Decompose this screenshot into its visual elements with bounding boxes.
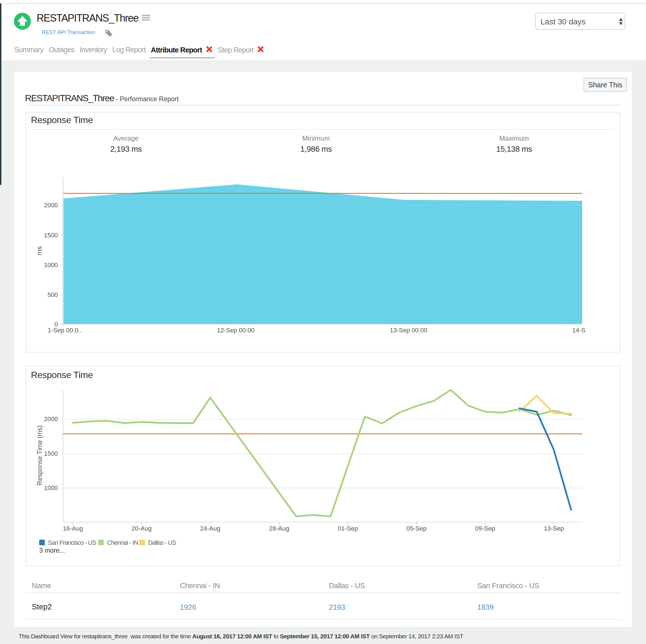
- svg-text:09-Sep: 09-Sep: [475, 525, 495, 532]
- svg-text:1-Sep 00:0..: 1-Sep 00:0..: [48, 327, 82, 334]
- svg-text:01-Sep: 01-Sep: [338, 525, 358, 532]
- svg-text:16-Aug: 16-Aug: [63, 525, 83, 532]
- svg-text:1000: 1000: [44, 261, 58, 269]
- svg-text:13-Sep: 13-Sep: [544, 525, 564, 532]
- svg-text:24-Aug: 24-Aug: [200, 525, 220, 532]
- svg-text:1500: 1500: [44, 232, 58, 239]
- svg-text:28-Aug: 28-Aug: [269, 525, 289, 532]
- svg-text:20-Aug: 20-Aug: [132, 525, 152, 532]
- svg-text:13-Sep 00:00: 13-Sep 00:00: [390, 327, 427, 334]
- svg-text:1000: 1000: [44, 484, 58, 491]
- svg-text:2000: 2000: [44, 202, 58, 209]
- svg-text:Response Time (ms): Response Time (ms): [36, 425, 43, 486]
- svg-text:ms: ms: [35, 246, 43, 255]
- svg-text:500: 500: [47, 291, 58, 298]
- svg-text:12-Sep 00:00: 12-Sep 00:00: [217, 327, 254, 334]
- svg-text:05-Sep: 05-Sep: [407, 525, 427, 532]
- svg-text:1500: 1500: [44, 450, 58, 457]
- svg-text:14-S: 14-S: [572, 327, 585, 334]
- svg-text:2000: 2000: [44, 415, 58, 422]
